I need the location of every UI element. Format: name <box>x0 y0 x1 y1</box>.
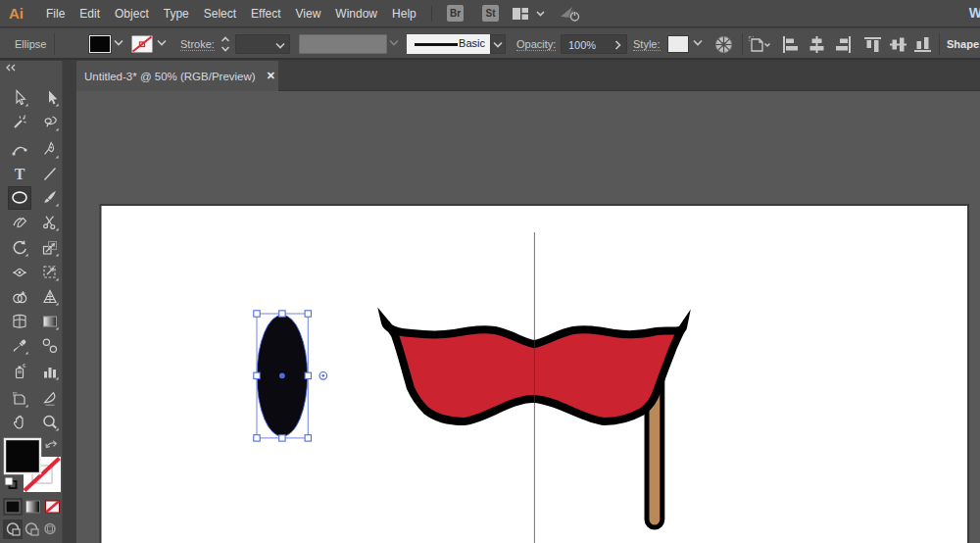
tool-type[interactable]: T <box>8 163 31 186</box>
tool-direct-selection[interactable] <box>38 86 62 110</box>
recolor-artwork-icon[interactable] <box>714 35 733 54</box>
tool-shape-builder[interactable] <box>8 285 31 309</box>
slice-icon <box>41 390 59 408</box>
tool-ellipse[interactable] <box>8 186 31 210</box>
workspace-layout-icon[interactable] <box>512 7 529 21</box>
draw-inside-button[interactable] <box>45 524 55 534</box>
center-point[interactable] <box>279 372 285 378</box>
document-tab[interactable]: Untitled-3* @ 50% (RGB/Preview) ✕ <box>76 61 278 91</box>
stroke-chevron-icon[interactable] <box>157 39 167 46</box>
none-button[interactable] <box>46 501 60 513</box>
tool-paintbrush[interactable] <box>38 186 62 210</box>
align-horizontal-center-icon[interactable] <box>808 35 826 54</box>
tool-magic-wand[interactable] <box>8 111 31 134</box>
align-top-icon[interactable] <box>863 35 882 54</box>
control-separator-2 <box>939 33 940 55</box>
opacity-expand-icon[interactable] <box>614 40 621 50</box>
tool-curvature[interactable] <box>8 138 31 162</box>
tool-line-segment[interactable] <box>38 163 62 186</box>
menu-window[interactable]: Window <box>335 7 377 21</box>
tool-symbol-sprayer[interactable] <box>8 360 31 383</box>
menu-select[interactable]: Select <box>204 7 236 21</box>
fill-chevron-icon[interactable] <box>114 39 123 46</box>
stroke-weight-dropdown[interactable] <box>235 34 290 54</box>
tool-artboard[interactable] <box>8 387 31 411</box>
tool-pen[interactable] <box>38 138 62 162</box>
stroke-weight-label[interactable]: Stroke: <box>180 38 215 51</box>
tool-gradient[interactable] <box>38 310 62 333</box>
fill-indicator[interactable] <box>5 439 40 473</box>
stock-button[interactable]: St <box>482 5 499 22</box>
menu-edit[interactable]: Edit <box>79 7 100 21</box>
tool-width[interactable] <box>8 261 31 284</box>
tool-scissors[interactable] <box>38 211 62 234</box>
document-tab-title: Untitled-3* @ 50% (RGB/Preview) <box>84 71 256 82</box>
menu-type[interactable]: Type <box>164 7 189 21</box>
artwork-canvas <box>76 91 980 543</box>
brush-definition-chevron[interactable] <box>490 34 506 54</box>
align-to-selection-dropdown[interactable] <box>748 35 771 54</box>
tool-column-graph[interactable] <box>38 360 62 383</box>
tool-scale[interactable] <box>38 236 62 260</box>
style-label[interactable]: Style: <box>633 38 661 51</box>
tool-zoom[interactable] <box>38 411 62 434</box>
draw-behind-button[interactable] <box>26 523 39 535</box>
align-vertical-center-icon[interactable] <box>889 35 907 54</box>
shape-builder-icon <box>11 288 28 306</box>
paintbrush-icon <box>41 189 59 207</box>
tool-lasso[interactable] <box>38 111 62 134</box>
tool-selection[interactable] <box>8 86 31 110</box>
menu-view[interactable]: View <box>296 7 321 21</box>
align-bottom-icon[interactable] <box>913 35 932 54</box>
width-icon <box>11 264 28 281</box>
menu-object[interactable]: Object <box>115 7 149 21</box>
tool-slice[interactable] <box>38 387 62 411</box>
control-bar: Ellipse Stroke: Basic Opacity: 100% Styl… <box>0 28 980 60</box>
zoom-icon <box>41 414 59 431</box>
color-button[interactable] <box>3 498 23 516</box>
menu-effect[interactable]: Effect <box>251 7 280 21</box>
tab-close-icon[interactable]: ✕ <box>267 70 275 82</box>
style-chevron-icon[interactable] <box>693 39 703 46</box>
opacity-label[interactable]: Opacity: <box>516 38 556 51</box>
default-fill-stroke-icon[interactable] <box>5 477 17 488</box>
eyedropper-icon <box>11 337 28 355</box>
tool-blend[interactable] <box>38 334 62 358</box>
pie-widget[interactable] <box>319 372 327 380</box>
direct-selection-icon <box>41 89 59 107</box>
bridge-button[interactable]: Br <box>447 5 464 22</box>
align-left-icon[interactable] <box>781 35 800 54</box>
brush-definition-dropdown[interactable]: Basic <box>407 34 490 54</box>
width-profile-chevron-icon <box>389 39 399 46</box>
gradient-button[interactable] <box>26 501 40 513</box>
style-swatch[interactable] <box>667 35 689 53</box>
tool-free-transform[interactable] <box>38 261 62 284</box>
workspace-name-cut: W <box>969 5 980 21</box>
canvas-area[interactable] <box>76 91 980 543</box>
draw-normal-button[interactable] <box>3 519 23 539</box>
menu-separator <box>431 6 432 22</box>
magic-wand-icon <box>11 114 28 131</box>
align-right-icon[interactable] <box>834 35 853 54</box>
swap-fill-stroke-icon[interactable] <box>46 441 56 448</box>
menu-file[interactable]: File <box>46 7 65 21</box>
tool-hand[interactable] <box>8 411 31 434</box>
stroke-color-swatch[interactable] <box>131 35 153 53</box>
workspace-chevron-icon[interactable] <box>536 11 545 17</box>
tool-eyedropper[interactable] <box>8 334 31 358</box>
stroke-weight-stepper[interactable] <box>220 35 231 53</box>
collapse-panel-icon[interactable] <box>5 64 17 72</box>
tool-shaper[interactable] <box>8 211 31 234</box>
menu-bar: Ai File Edit Object Type Select Effect V… <box>0 0 980 27</box>
tool-mesh[interactable] <box>8 310 31 333</box>
tool-rotate[interactable] <box>8 236 31 260</box>
menu-help[interactable]: Help <box>392 7 416 21</box>
fill-color-swatch[interactable] <box>89 35 111 53</box>
opacity-field[interactable]: 100% <box>561 34 627 54</box>
selection-icon <box>11 89 28 107</box>
blend-icon <box>41 337 59 355</box>
tool-perspective-grid[interactable] <box>38 285 62 309</box>
scissors-icon <box>41 214 59 231</box>
ellipse-icon <box>11 189 28 207</box>
share-icon[interactable] <box>559 5 582 23</box>
